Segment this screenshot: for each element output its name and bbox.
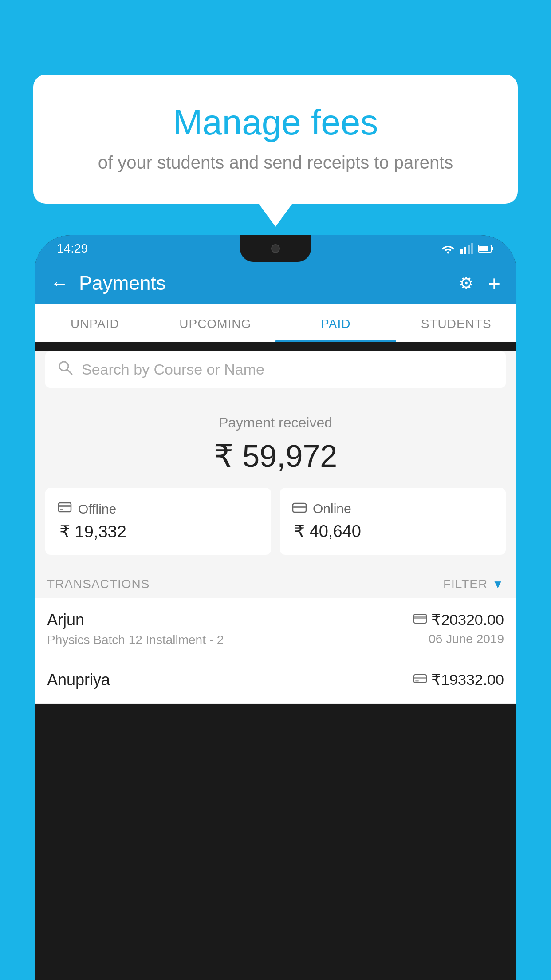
svg-rect-19 — [415, 680, 419, 682]
svg-rect-3 — [468, 245, 470, 254]
camera — [271, 244, 280, 253]
online-card-header: Online — [292, 501, 493, 516]
payment-label: Payment received — [35, 415, 516, 431]
filter-label: FILTER — [443, 577, 488, 591]
speech-bubble-title: Manage fees — [60, 101, 491, 144]
add-button[interactable]: + — [488, 271, 500, 296]
svg-rect-16 — [414, 616, 426, 619]
svg-rect-6 — [492, 247, 493, 250]
transaction-right-arjun: ₹20320.00 06 June 2019 — [413, 611, 504, 646]
online-payment-icon — [413, 614, 427, 625]
online-card: Online ₹ 40,640 — [280, 488, 506, 555]
transactions-header: TRANSACTIONS FILTER ▼ — [35, 568, 516, 598]
notch — [240, 235, 311, 262]
wifi-icon — [441, 243, 455, 254]
svg-rect-14 — [293, 506, 306, 508]
transaction-date-arjun: 06 June 2019 — [413, 632, 504, 646]
tabs-bar: UNPAID UPCOMING PAID STUDENTS — [35, 304, 516, 342]
offline-amount: ₹ 19,332 — [59, 522, 259, 541]
transaction-sub-arjun: Physics Batch 12 Installment - 2 — [47, 633, 413, 647]
signal-icon — [460, 243, 473, 254]
transaction-name-anupriya: Anupriya — [47, 671, 413, 689]
online-icon — [292, 501, 307, 516]
filter-button[interactable]: FILTER ▼ — [443, 577, 504, 591]
transaction-row-arjun[interactable]: Arjun Physics Batch 12 Installment - 2 ₹… — [35, 598, 516, 658]
speech-bubble-subtitle: of your students and send receipts to pa… — [60, 153, 491, 173]
screen-content: Search by Course or Name Payment receive… — [35, 351, 516, 704]
transactions-label: TRANSACTIONS — [47, 577, 150, 591]
offline-label: Offline — [78, 502, 116, 517]
tab-unpaid[interactable]: UNPAID — [35, 304, 155, 342]
transaction-left-arjun: Arjun Physics Batch 12 Installment - 2 — [47, 611, 413, 647]
svg-rect-7 — [479, 246, 488, 251]
transaction-name-arjun: Arjun — [47, 611, 413, 629]
svg-rect-2 — [464, 247, 466, 254]
online-amount: ₹ 40,640 — [294, 522, 493, 541]
filter-icon: ▼ — [492, 577, 504, 591]
svg-point-0 — [447, 252, 449, 254]
back-button[interactable]: ← — [51, 273, 68, 293]
tab-students[interactable]: STUDENTS — [396, 304, 517, 342]
transaction-amount-arjun: ₹20320.00 — [431, 611, 504, 628]
transaction-amount-anupriya: ₹19332.00 — [431, 671, 504, 688]
status-icons — [441, 243, 494, 254]
search-bar[interactable]: Search by Course or Name — [45, 351, 506, 388]
offline-card: Offline ₹ 19,332 — [45, 488, 271, 555]
page-title: Payments — [79, 272, 448, 294]
online-label: Online — [313, 501, 351, 516]
phone-frame: 14:29 — [35, 235, 516, 980]
header-actions: ⚙ + — [459, 271, 500, 296]
transaction-amount-row-anupriya: ₹19332.00 — [413, 671, 504, 688]
offline-card-header: Offline — [58, 501, 259, 517]
transaction-left-anupriya: Anupriya — [47, 671, 413, 693]
offline-icon — [58, 501, 72, 517]
status-time: 14:29 — [57, 241, 88, 256]
tab-upcoming[interactable]: UPCOMING — [155, 304, 276, 342]
svg-rect-4 — [471, 243, 473, 254]
svg-rect-1 — [460, 249, 463, 254]
tab-paid[interactable]: PAID — [276, 304, 396, 342]
payment-cards: Offline ₹ 19,332 Online ₹ 40,640 — [35, 488, 516, 568]
status-bar: 14:29 — [35, 235, 516, 262]
svg-line-9 — [67, 369, 72, 374]
transaction-right-anupriya: ₹19332.00 — [413, 671, 504, 692]
app-header: ← Payments ⚙ + — [35, 262, 516, 304]
speech-bubble: Manage fees of your students and send re… — [33, 75, 518, 204]
payment-amount: ₹ 59,972 — [35, 438, 516, 474]
svg-rect-12 — [60, 509, 63, 510]
transaction-amount-row-arjun: ₹20320.00 — [413, 611, 504, 628]
transaction-row-anupriya[interactable]: Anupriya ₹19332.00 — [35, 658, 516, 704]
offline-payment-icon — [413, 673, 427, 686]
search-icon — [58, 360, 73, 379]
svg-rect-11 — [59, 505, 71, 507]
battery-icon — [478, 244, 494, 253]
settings-button[interactable]: ⚙ — [459, 273, 474, 293]
payment-summary: Payment received ₹ 59,972 — [35, 397, 516, 488]
svg-rect-18 — [414, 677, 426, 679]
search-placeholder: Search by Course or Name — [82, 361, 493, 378]
